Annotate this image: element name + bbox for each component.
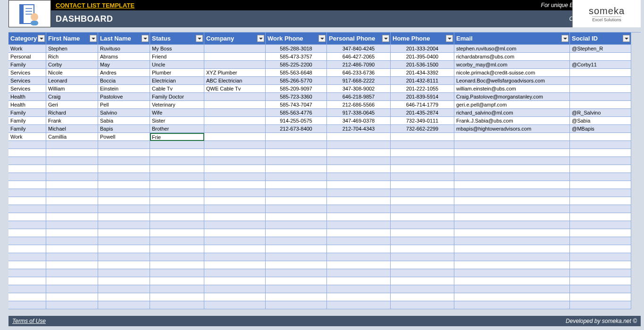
table-cell[interactable] xyxy=(570,173,631,181)
table-cell[interactable] xyxy=(454,133,570,141)
table-cell[interactable] xyxy=(46,205,98,213)
table-cell[interactable] xyxy=(266,293,327,301)
table-cell[interactable]: 201-839-5914 xyxy=(391,93,454,101)
table-cell[interactable]: Services xyxy=(8,77,46,85)
table-cell[interactable] xyxy=(98,181,150,189)
table-cell[interactable] xyxy=(570,301,631,309)
table-cell[interactable]: XYZ Plumber xyxy=(204,69,266,77)
table-cell[interactable] xyxy=(570,213,631,221)
table-cell[interactable] xyxy=(46,269,98,277)
table-cell[interactable] xyxy=(570,269,631,277)
table-cell[interactable] xyxy=(391,149,454,157)
table-cell[interactable] xyxy=(570,93,631,101)
table-cell[interactable] xyxy=(327,141,391,149)
table-cell[interactable] xyxy=(46,245,98,253)
table-cell[interactable] xyxy=(98,261,150,269)
table-cell[interactable] xyxy=(204,133,266,141)
table-cell[interactable] xyxy=(46,189,98,197)
table-cell[interactable]: richardabrams@ubs.com xyxy=(454,53,570,61)
table-cell[interactable]: 585-473-3757 xyxy=(266,53,327,61)
table-cell[interactable]: Health xyxy=(8,93,46,101)
table-cell[interactable]: 201-395-0400 xyxy=(391,53,454,61)
table-cell[interactable]: Nicole xyxy=(46,69,98,77)
table-cell[interactable] xyxy=(204,253,266,261)
filter-dropdown-icon[interactable] xyxy=(38,35,45,42)
table-cell[interactable] xyxy=(8,205,46,213)
table-cell[interactable] xyxy=(570,237,631,245)
table-cell[interactable] xyxy=(204,213,266,221)
table-cell[interactable] xyxy=(8,165,46,173)
table-cell[interactable]: 732-349-0111 xyxy=(391,117,454,125)
table-cell[interactable]: Health xyxy=(8,101,46,109)
table-cell[interactable] xyxy=(327,229,391,237)
table-cell[interactable] xyxy=(454,141,570,149)
table-cell[interactable] xyxy=(327,253,391,261)
table-cell[interactable]: Andres xyxy=(98,69,150,77)
table-cell[interactable]: 585-563-4776 xyxy=(266,109,327,117)
table-cell[interactable] xyxy=(204,277,266,285)
table-cell[interactable] xyxy=(204,269,266,277)
table-cell[interactable] xyxy=(570,149,631,157)
table-cell[interactable] xyxy=(204,117,266,125)
table-cell[interactable]: 917-668-2222 xyxy=(327,77,391,85)
table-cell[interactable] xyxy=(454,277,570,285)
table-cell[interactable] xyxy=(8,213,46,221)
table-cell[interactable] xyxy=(204,293,266,301)
table-cell[interactable] xyxy=(204,285,266,293)
table-cell[interactable]: Boccia xyxy=(98,77,150,85)
table-cell[interactable]: Brother xyxy=(150,125,204,133)
table-cell[interactable] xyxy=(454,181,570,189)
table-cell[interactable]: 585-743-7047 xyxy=(266,101,327,109)
table-cell[interactable] xyxy=(8,229,46,237)
table-cell[interactable] xyxy=(46,285,98,293)
table-cell[interactable] xyxy=(46,213,98,221)
table-cell[interactable] xyxy=(204,301,266,309)
table-cell[interactable] xyxy=(98,285,150,293)
table-cell[interactable] xyxy=(204,173,266,181)
table-cell[interactable]: nicole.primack@credit-suisse.com xyxy=(454,69,570,77)
filter-dropdown-icon[interactable] xyxy=(446,35,453,42)
table-cell[interactable]: Services xyxy=(8,85,46,93)
column-header[interactable]: Work Phone xyxy=(266,33,327,45)
table-cell[interactable]: @Sabia xyxy=(570,117,631,125)
table-cell[interactable] xyxy=(570,197,631,205)
table-cell[interactable]: 585-563-6648 xyxy=(266,69,327,77)
table-cell[interactable] xyxy=(454,229,570,237)
table-cell[interactable]: Family xyxy=(8,61,46,69)
table-cell[interactable] xyxy=(46,293,98,301)
table-cell[interactable] xyxy=(204,197,266,205)
table-cell[interactable]: Friend xyxy=(150,53,204,61)
table-cell[interactable]: Pastolove xyxy=(98,93,150,101)
table-cell[interactable] xyxy=(8,277,46,285)
table-cell[interactable] xyxy=(150,269,204,277)
table-cell[interactable] xyxy=(327,221,391,229)
table-cell[interactable] xyxy=(327,205,391,213)
table-cell[interactable]: Richard xyxy=(46,109,98,117)
table-cell[interactable] xyxy=(266,245,327,253)
table-cell[interactable] xyxy=(8,293,46,301)
table-cell[interactable] xyxy=(46,165,98,173)
table-cell[interactable] xyxy=(8,269,46,277)
table-cell[interactable]: Veterinary xyxy=(150,101,204,109)
table-cell[interactable] xyxy=(327,285,391,293)
table-cell[interactable] xyxy=(46,141,98,149)
table-cell[interactable] xyxy=(391,165,454,173)
table-cell[interactable] xyxy=(8,301,46,309)
table-cell[interactable] xyxy=(266,165,327,173)
table-cell[interactable]: Pell xyxy=(98,101,150,109)
terms-link[interactable]: Terms of Use xyxy=(12,318,46,324)
table-cell[interactable] xyxy=(98,221,150,229)
table-cell[interactable]: Leonard xyxy=(46,77,98,85)
table-cell[interactable] xyxy=(204,53,266,61)
table-cell[interactable] xyxy=(98,205,150,213)
table-cell[interactable]: wcorby_may@ml.com xyxy=(454,61,570,69)
table-cell[interactable] xyxy=(391,229,454,237)
table-cell[interactable]: ABC Electrician xyxy=(204,77,266,85)
table-cell[interactable] xyxy=(266,213,327,221)
table-cell[interactable] xyxy=(150,197,204,205)
table-cell[interactable] xyxy=(204,181,266,189)
table-cell[interactable] xyxy=(150,205,204,213)
table-cell[interactable] xyxy=(150,141,204,149)
table-cell[interactable]: richard_salvino@ml.com xyxy=(454,109,570,117)
table-cell[interactable] xyxy=(391,213,454,221)
